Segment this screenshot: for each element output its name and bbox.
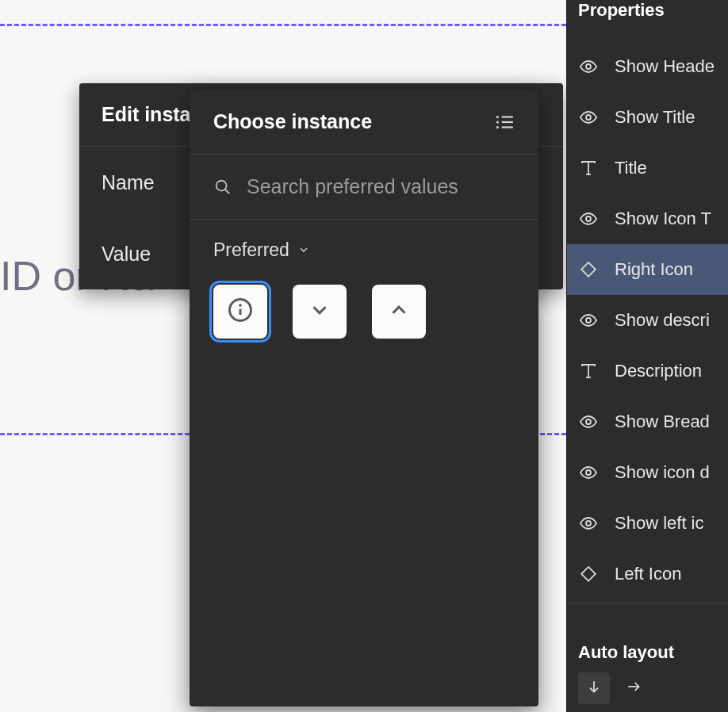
- auto-layout-controls: [567, 672, 728, 704]
- instance-property-icon: [578, 259, 599, 280]
- property-label: Show icon d: [615, 462, 710, 483]
- search-icon: [213, 178, 232, 197]
- text-property-icon: [578, 158, 599, 178]
- arrow-down-icon: [586, 679, 602, 698]
- property-row[interactable]: Title: [567, 143, 728, 193]
- property-row[interactable]: Show Icon T: [567, 193, 728, 244]
- arrow-right-icon: [626, 679, 642, 698]
- row-label: Value: [102, 243, 151, 266]
- property-label: Left Icon: [615, 564, 681, 584]
- property-label: Description: [615, 361, 702, 381]
- svg-line-7: [225, 189, 230, 193]
- svg-point-10: [239, 304, 242, 307]
- property-label: Title: [615, 158, 647, 178]
- svg-point-21: [586, 470, 591, 475]
- visibility-property-icon: [578, 310, 599, 331]
- edit-instance-title: Edit instan: [102, 103, 203, 126]
- svg-point-12: [586, 115, 591, 120]
- svg-point-20: [586, 419, 591, 424]
- visibility-property-icon: [578, 513, 599, 534]
- info-icon: [226, 296, 255, 327]
- svg-point-8: [230, 300, 251, 321]
- text-property-icon: [578, 361, 599, 381]
- choose-instance-title: Choose instance: [213, 110, 372, 133]
- property-row[interactable]: Show descri: [567, 295, 728, 346]
- property-label: Show Heade: [615, 56, 715, 77]
- section-divider: [567, 603, 728, 637]
- icon-option-chevron-up[interactable]: [372, 285, 426, 339]
- svg-rect-23: [581, 567, 596, 581]
- list-view-icon[interactable]: [494, 112, 515, 132]
- row-label: Name: [102, 171, 155, 194]
- property-row[interactable]: Show Heade: [567, 41, 728, 92]
- selection-guide-top: [0, 24, 566, 26]
- visibility-property-icon: [578, 209, 599, 229]
- property-row[interactable]: Show left ic: [567, 498, 728, 549]
- property-label: Show descri: [615, 310, 710, 331]
- choose-instance-panel: Choose instance Preferred: [190, 90, 538, 706]
- property-row[interactable]: Left Icon: [567, 549, 728, 599]
- chevron-down-icon: [308, 298, 331, 325]
- auto-layout-section-title: Auto layout: [567, 637, 728, 672]
- properties-section-title: Properties: [567, 0, 728, 21]
- chevron-down-icon: [297, 243, 310, 256]
- auto-layout-horizontal-button[interactable]: [618, 672, 649, 704]
- svg-point-0: [497, 116, 498, 117]
- search-row: [190, 155, 538, 220]
- auto-layout-vertical-button[interactable]: [578, 672, 610, 704]
- visibility-property-icon: [578, 56, 599, 77]
- instance-property-icon: [578, 564, 599, 584]
- svg-point-17: [586, 318, 591, 323]
- property-row[interactable]: Description: [567, 346, 728, 396]
- svg-point-2: [497, 121, 498, 122]
- svg-point-22: [586, 521, 591, 526]
- visibility-property-icon: [578, 412, 599, 432]
- icon-option-chevron-down[interactable]: [293, 285, 347, 339]
- preferred-dropdown[interactable]: Preferred: [190, 226, 538, 274]
- svg-point-11: [586, 64, 591, 69]
- property-row[interactable]: Show Bread: [567, 396, 728, 447]
- visibility-property-icon: [578, 462, 599, 483]
- property-row[interactable]: Show Title: [567, 92, 728, 143]
- chevron-up-icon: [387, 298, 411, 325]
- visibility-property-icon: [578, 107, 599, 128]
- svg-point-15: [586, 216, 591, 221]
- icon-options-grid: [190, 274, 538, 350]
- property-label: Show Bread: [615, 412, 710, 432]
- icon-option-info[interactable]: [213, 285, 267, 339]
- choose-instance-header: Choose instance: [190, 90, 538, 155]
- property-row[interactable]: Right Icon: [567, 244, 728, 295]
- svg-point-6: [216, 180, 227, 190]
- search-input[interactable]: [247, 175, 515, 198]
- svg-point-4: [497, 126, 498, 127]
- properties-panel: Properties Show HeadeShow TitleTitleShow…: [566, 0, 728, 712]
- preferred-label: Preferred: [213, 239, 289, 261]
- property-label: Show left ic: [615, 513, 704, 534]
- property-row[interactable]: Show icon d: [567, 447, 728, 498]
- property-label: Right Icon: [615, 259, 693, 280]
- property-label: Show Title: [615, 107, 695, 128]
- property-label: Show Icon T: [615, 209, 711, 229]
- svg-rect-16: [581, 262, 596, 277]
